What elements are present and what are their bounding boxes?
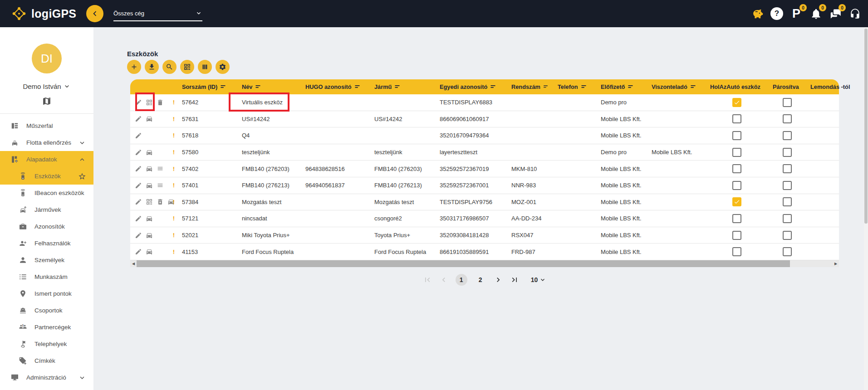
cell-elofizeto: Demo pro xyxy=(596,149,647,156)
sidebar-item-telephelyek[interactable]: Telephelyek xyxy=(0,336,93,352)
notifications-button[interactable]: 0 xyxy=(809,4,823,24)
user-menu[interactable]: Demo István xyxy=(0,83,93,90)
sidebar-item-jarmuvek[interactable]: Járművek xyxy=(0,201,93,218)
sidebar-item-csoportok[interactable]: Csoportok xyxy=(0,302,93,319)
holazauto-checkbox[interactable] xyxy=(732,131,741,140)
holazauto-checkbox[interactable] xyxy=(732,231,741,240)
sidebar-item-ibeacon-eszkozok[interactable]: IBeacon eszközök xyxy=(0,185,93,201)
messages-button[interactable]: 0 xyxy=(829,4,842,24)
sidebar-collapse-button[interactable] xyxy=(86,5,103,22)
export-button[interactable] xyxy=(145,60,159,74)
parositva-checkbox[interactable] xyxy=(783,197,792,206)
list-action-button[interactable] xyxy=(157,182,164,189)
holazauto-checkbox[interactable] xyxy=(732,247,741,256)
scroll-right-arrow[interactable]: ▶ xyxy=(833,260,839,267)
sidebar-item-azonositok[interactable]: Azonosítók xyxy=(0,218,93,235)
car-action-button[interactable] xyxy=(146,149,153,156)
parositva-checkbox[interactable] xyxy=(783,98,792,107)
qr-scan-button[interactable] xyxy=(180,60,194,74)
parositva-checkbox[interactable] xyxy=(783,164,792,173)
map-button[interactable] xyxy=(0,96,93,106)
holazauto-checkbox[interactable] xyxy=(732,114,741,123)
pencil-action-button[interactable] xyxy=(135,232,142,239)
parositva-checkbox[interactable] xyxy=(783,247,792,256)
car-action-button[interactable] xyxy=(146,248,153,255)
sidebar-item-ismert-pontok[interactable]: Ismert pontok xyxy=(0,285,93,302)
column-header-viszontelado[interactable]: Viszonteladó xyxy=(647,83,706,90)
company-select[interactable]: Összes cég xyxy=(113,10,202,21)
last-page-button[interactable] xyxy=(510,275,519,284)
holazauto-checkbox[interactable] xyxy=(732,197,741,206)
pencil-action-button[interactable] xyxy=(135,198,142,205)
column-header-egyedi[interactable]: Egyedi azonosító xyxy=(435,83,507,90)
pencil-action-button[interactable] xyxy=(135,182,142,189)
parositva-checkbox[interactable] xyxy=(783,214,792,223)
pencil-action-button[interactable] xyxy=(135,149,142,156)
parositva-checkbox[interactable] xyxy=(783,131,792,140)
previous-page-button[interactable] xyxy=(439,275,448,284)
piggy-bank-button[interactable] xyxy=(750,4,764,24)
car-action-button[interactable] xyxy=(146,182,153,189)
chevron-down-icon xyxy=(63,83,71,90)
sidebar-item-cimkek[interactable]: Címkék xyxy=(0,352,93,369)
scroll-left-arrow[interactable]: ◀ xyxy=(130,260,137,267)
page-button-2[interactable]: 2 xyxy=(475,274,486,286)
support-button[interactable] xyxy=(848,4,862,24)
sidebar-item-szemelyek[interactable]: Személyek xyxy=(0,252,93,268)
pencil-action-button[interactable] xyxy=(135,215,142,222)
car-action-button[interactable] xyxy=(146,115,153,122)
horizontal-scrollbar-thumb[interactable] xyxy=(137,260,790,267)
page-button-1[interactable]: 1 xyxy=(456,274,467,286)
sidebar-item-eszkozok[interactable]: Eszközök xyxy=(0,168,93,185)
sidebar-item-munkaszam[interactable]: Munkaszám xyxy=(0,268,93,285)
holazauto-checkbox[interactable] xyxy=(732,181,741,190)
parositva-checkbox[interactable] xyxy=(783,114,792,123)
list-action-button[interactable] xyxy=(157,165,164,172)
favorite-star[interactable] xyxy=(78,172,86,180)
help-button[interactable]: ? xyxy=(770,4,784,24)
avatar[interactable]: DI xyxy=(32,44,62,73)
pencil-action-button[interactable] xyxy=(135,132,142,139)
pencil-action-button[interactable] xyxy=(135,165,142,172)
holazauto-checkbox[interactable] xyxy=(732,164,741,173)
sidebar-item-muszerfal[interactable]: Műszerfal xyxy=(0,117,93,134)
car-action-button[interactable] xyxy=(146,165,153,172)
trash-action-button[interactable] xyxy=(157,99,164,106)
column-header-nev[interactable]: Név xyxy=(237,83,301,90)
cell-sorszam: 57580 xyxy=(177,149,237,156)
car-action-button[interactable] xyxy=(146,232,153,239)
next-page-button[interactable] xyxy=(494,275,503,284)
first-page-button[interactable] xyxy=(423,275,432,284)
page-size-select[interactable]: 10 xyxy=(531,276,547,283)
pencil-action-button[interactable] xyxy=(135,248,142,255)
column-header-sorszam[interactable]: Sorszám (ID) xyxy=(177,83,237,90)
column-header-telefon[interactable]: Telefon xyxy=(553,83,596,90)
column-header-rendszam[interactable]: Rendszám xyxy=(507,83,553,90)
column-settings-button[interactable] xyxy=(198,60,212,74)
app-logo[interactable]: logiGPS xyxy=(11,0,76,27)
column-header-jarmu[interactable]: Jármű xyxy=(370,83,435,90)
sidebar-item-partnercegek[interactable]: $Partnercégek xyxy=(0,319,93,336)
pencil-action-button[interactable] xyxy=(135,115,142,122)
sidebar-item-felhasznalok[interactable]: Felhasználók xyxy=(0,235,93,252)
sidebar-item-flotta-ellenorzes[interactable]: Flotta ellenőrzés xyxy=(0,134,93,151)
search-button[interactable] xyxy=(162,60,177,74)
holazauto-checkbox[interactable] xyxy=(732,98,741,107)
page-size-value: 10 xyxy=(531,276,538,283)
qr-action-button[interactable] xyxy=(146,198,153,205)
sidebar-item-alapadatok[interactable]: Alapadatok xyxy=(0,151,93,168)
vertical-scrollbar-thumb[interactable] xyxy=(864,29,868,224)
table-settings-button[interactable] xyxy=(216,60,230,74)
column-header-hugo[interactable]: HUGO azonosító xyxy=(301,83,370,90)
holazauto-checkbox[interactable] xyxy=(732,214,741,223)
parking-button[interactable]: P0 xyxy=(790,4,803,24)
holazauto-checkbox[interactable] xyxy=(732,148,741,157)
parositva-checkbox[interactable] xyxy=(783,148,792,157)
parositva-checkbox[interactable] xyxy=(783,231,792,240)
trash-x-action-button[interactable] xyxy=(157,198,164,205)
column-header-elofizeto[interactable]: Előfizető xyxy=(596,83,647,90)
car-action-button[interactable] xyxy=(146,215,153,222)
parositva-checkbox[interactable] xyxy=(783,181,792,190)
add-device-button[interactable] xyxy=(127,60,141,74)
sidebar-item-adminisztracio[interactable]: Adminisztráció xyxy=(0,369,93,386)
